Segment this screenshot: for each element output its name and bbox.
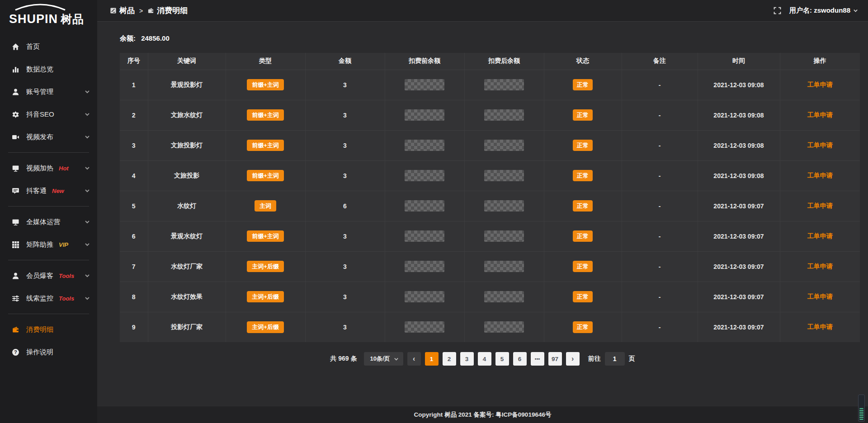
balance-value: 24856.00 bbox=[141, 34, 170, 42]
masked-value bbox=[484, 291, 524, 302]
chat-icon bbox=[12, 187, 19, 195]
action-cell: 工单申请 bbox=[780, 130, 860, 160]
sidebar-item-抖音SEO[interactable]: 抖音SEO bbox=[0, 103, 97, 126]
cell-note: - bbox=[622, 130, 698, 160]
chevron-down-icon bbox=[85, 219, 90, 225]
sidebar-item-数据总览[interactable]: 数据总览 bbox=[0, 58, 97, 80]
sidebar-item-首页[interactable]: 首页 bbox=[0, 35, 97, 58]
sidebar-divider bbox=[8, 152, 89, 153]
action-cell: 工单申请 bbox=[780, 312, 860, 342]
sidebar-item-消费明细[interactable]: 消费明细 bbox=[0, 318, 97, 341]
chevron-down-icon bbox=[85, 112, 90, 117]
breadcrumb-separator: > bbox=[139, 7, 143, 14]
masked-value bbox=[484, 230, 524, 242]
status-badge: 正常 bbox=[573, 321, 593, 333]
balance: 余额: 24856.00 bbox=[120, 34, 868, 43]
sidebar-item-矩阵助推[interactable]: 矩阵助推VIP bbox=[0, 233, 97, 256]
prev-page-button[interactable]: ‹ bbox=[407, 352, 421, 366]
type-badge: 主词+后缀 bbox=[247, 291, 284, 303]
breadcrumb-current[interactable]: 消费明细 bbox=[147, 5, 188, 16]
logo-cn: 树品 bbox=[61, 13, 84, 25]
home-icon bbox=[12, 43, 19, 51]
page-size-value: 10条/页 bbox=[370, 355, 390, 363]
action-link[interactable]: 工单申请 bbox=[807, 202, 833, 209]
page-button-6[interactable]: 6 bbox=[513, 352, 527, 366]
action-link[interactable]: 工单申请 bbox=[807, 111, 833, 118]
status-badge: 正常 bbox=[573, 109, 593, 121]
action-link[interactable]: 工单申请 bbox=[807, 323, 833, 330]
action-link[interactable]: 工单申请 bbox=[807, 172, 833, 179]
sidebar-item-线索监控[interactable]: 线索监控Tools bbox=[0, 287, 97, 310]
sidebar-item-操作说明[interactable]: ?操作说明 bbox=[0, 341, 97, 363]
username-label: 用户名: zswodun88 bbox=[789, 6, 850, 15]
sidebar-item-抖客通[interactable]: 抖客通New bbox=[0, 179, 97, 202]
sidebar-badge-new: New bbox=[52, 188, 64, 194]
page-button-97[interactable]: 97 bbox=[548, 352, 562, 366]
user-menu[interactable]: 用户名: zswodun88 bbox=[789, 6, 858, 15]
cell-amount: 3 bbox=[305, 221, 385, 251]
cell-no: 7 bbox=[120, 251, 148, 282]
action-link[interactable]: 工单申请 bbox=[807, 232, 833, 240]
sidebar-item-账号管理[interactable]: 账号管理 bbox=[0, 80, 97, 103]
chevron-down-icon bbox=[85, 188, 90, 193]
goto-page-input[interactable] bbox=[605, 352, 625, 366]
masked-balance-after bbox=[464, 251, 544, 282]
cell-time: 2021-12-03 09:07 bbox=[698, 251, 780, 282]
page-ellipsis-button[interactable]: ••• bbox=[531, 352, 544, 366]
page-button-2[interactable]: 2 bbox=[443, 352, 456, 366]
page-size-select[interactable]: 10条/页 bbox=[364, 352, 403, 366]
page-buttons: 123456•••97 bbox=[425, 352, 562, 366]
masked-value bbox=[405, 140, 444, 151]
sidebar-item-label: 消费明细 bbox=[26, 325, 53, 334]
masked-value bbox=[405, 230, 444, 242]
next-page-button[interactable]: › bbox=[566, 352, 580, 366]
scrollbar-track[interactable] bbox=[858, 395, 865, 422]
sidebar-item-label: 首页 bbox=[26, 42, 40, 51]
masked-value bbox=[405, 200, 444, 212]
cell-note: - bbox=[622, 100, 698, 130]
breadcrumb: 树品 > 消费明细 bbox=[110, 5, 188, 16]
column-header-扣费后余额: 扣费后余额 bbox=[464, 53, 544, 70]
sidebar-item-会员爆客[interactable]: 会员爆客Tools bbox=[0, 264, 97, 287]
sidebar-item-全媒体运营[interactable]: 全媒体运营 bbox=[0, 211, 97, 233]
page-button-4[interactable]: 4 bbox=[478, 352, 491, 366]
cell-amount: 3 bbox=[305, 70, 385, 100]
action-link[interactable]: 工单申请 bbox=[807, 293, 833, 300]
scrollbar-thumb[interactable] bbox=[859, 408, 863, 420]
cell-no: 5 bbox=[120, 191, 148, 221]
main-content: 余额: 24856.00 序号关键词类型金额扣费前余额扣费后余额状态备注时间操作… bbox=[97, 22, 868, 423]
masked-balance-after bbox=[464, 130, 544, 160]
action-cell: 工单申请 bbox=[780, 100, 860, 130]
status-badge-cell: 正常 bbox=[544, 70, 622, 100]
sidebar-item-label: 数据总览 bbox=[26, 65, 53, 74]
masked-value bbox=[405, 170, 444, 181]
masked-value bbox=[484, 321, 524, 333]
sidebar-badge-vip: VIP bbox=[59, 241, 68, 248]
breadcrumb-home[interactable]: 树品 bbox=[110, 5, 135, 16]
sidebar-item-视频发布[interactable]: 视频发布 bbox=[0, 126, 97, 148]
page-button-1[interactable]: 1 bbox=[425, 352, 439, 366]
type-badge-cell: 前缀+主词 bbox=[226, 70, 305, 100]
chevron-down-icon bbox=[85, 134, 90, 140]
masked-balance-after bbox=[464, 160, 544, 191]
page-button-3[interactable]: 3 bbox=[460, 352, 474, 366]
status-badge: 正常 bbox=[573, 200, 593, 212]
cell-note: - bbox=[622, 221, 698, 251]
column-header-备注: 备注 bbox=[622, 53, 698, 70]
pagination-total: 共 969 条 bbox=[330, 355, 357, 363]
fullscreen-icon[interactable] bbox=[774, 7, 781, 14]
action-link[interactable]: 工单申请 bbox=[807, 263, 833, 270]
user-icon bbox=[12, 88, 19, 96]
sidebar-item-视频加热[interactable]: 视频加热Hot bbox=[0, 157, 97, 179]
sidebar-item-label: 操作说明 bbox=[26, 348, 53, 357]
masked-balance-before bbox=[385, 100, 464, 130]
page-button-5[interactable]: 5 bbox=[495, 352, 509, 366]
masked-value bbox=[405, 321, 444, 333]
action-link[interactable]: 工单申请 bbox=[807, 141, 833, 149]
masked-balance-before bbox=[385, 251, 464, 282]
status-badge: 正常 bbox=[573, 79, 593, 91]
action-link[interactable]: 工单申请 bbox=[807, 81, 833, 88]
action-cell: 工单申请 bbox=[780, 251, 860, 282]
cell-keyword: 文旅投影灯 bbox=[148, 130, 226, 160]
status-badge-cell: 正常 bbox=[544, 282, 622, 312]
